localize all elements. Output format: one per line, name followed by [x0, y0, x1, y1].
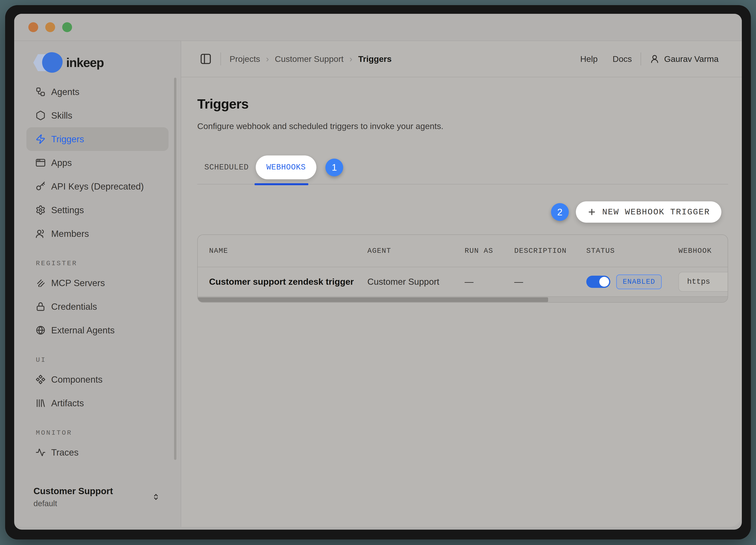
column-header-status: STATUS [586, 247, 678, 255]
tab-scheduled[interactable]: SCHEDULED [204, 163, 249, 172]
sidebar-item-apps[interactable]: Apps [26, 151, 169, 174]
sidebar-item-api-keys[interactable]: API Keys (Deprecated) [26, 174, 169, 198]
column-header-description: DESCRIPTION [514, 247, 586, 255]
column-header-webhook: WEBHOOK [678, 247, 728, 255]
chevrons-up-down-icon [152, 493, 160, 501]
main-header: Projects › Customer Support › Triggers H… [181, 41, 742, 77]
trigger-description: — [514, 277, 586, 287]
breadcrumb-separator: › [266, 54, 269, 64]
docs-link[interactable]: Docs [613, 54, 632, 64]
project-switcher[interactable]: Customer Support default [14, 486, 181, 508]
sidebar-item-members[interactable]: Members [26, 222, 169, 245]
sidebar-item-label: External Agents [51, 325, 115, 336]
users-icon [35, 228, 46, 239]
breadcrumb-customer-support[interactable]: Customer Support [275, 54, 344, 64]
user-icon [650, 54, 660, 64]
table-horizontal-scrollbar[interactable] [198, 296, 728, 302]
brand-name: inkeep [66, 55, 104, 70]
sidebar-item-label: Settings [51, 205, 84, 215]
sidebar-monitor-group: Traces [14, 441, 181, 464]
sidebar-item-label: Traces [51, 447, 79, 458]
project-name: Customer Support [33, 486, 113, 496]
trigger-agent: Customer Support [367, 277, 465, 287]
sidebar-item-skills[interactable]: Skills [26, 104, 169, 127]
inkeep-logo-icon [33, 52, 63, 73]
new-webhook-trigger-button[interactable]: NEW WEBHOOK TRIGGER [576, 201, 721, 223]
user-menu[interactable]: Gaurav Varma [650, 54, 719, 64]
sidebar-item-label: Triggers [51, 134, 84, 144]
sidebar-scrollbar[interactable] [174, 78, 176, 460]
sidebar-item-label: API Keys (Deprecated) [51, 181, 144, 192]
bars-icon [35, 398, 46, 408]
window-frame: inkeep Agents Skills Triggers [5, 5, 751, 539]
components-icon [35, 374, 46, 385]
column-header-agent: AGENT [367, 247, 465, 255]
trigger-status-cell: ENABLED [586, 275, 678, 289]
panel-left-icon [200, 53, 212, 65]
status-badge: ENABLED [616, 275, 662, 289]
app-window-icon [35, 158, 46, 168]
sidebar-item-agents[interactable]: Agents [26, 80, 169, 104]
status-toggle[interactable] [586, 276, 610, 288]
tab-webhooks[interactable]: WEBHOOKS [256, 155, 316, 179]
sidebar-item-label: Skills [51, 110, 72, 121]
header-links: Help Docs [580, 54, 632, 64]
page-description: Configure webhook and scheduled triggers… [197, 121, 728, 131]
header-divider [641, 52, 641, 65]
sidebar-item-settings[interactable]: Settings [26, 198, 169, 222]
sidebar-item-artifacts[interactable]: Artifacts [26, 391, 169, 415]
sidebar-nav: Agents Skills Triggers Apps [14, 80, 181, 245]
project-environment: default [33, 499, 113, 508]
column-header-run-as: RUN AS [465, 247, 514, 255]
triggers-table-card: NAME AGENT RUN AS DESCRIPTION STATUS WEB… [197, 234, 728, 303]
sidebar-item-traces[interactable]: Traces [26, 441, 169, 464]
lock-icon [35, 302, 46, 312]
help-link[interactable]: Help [580, 54, 598, 64]
user-name: Gaurav Varma [664, 54, 719, 64]
sidebar-item-label: Artifacts [51, 398, 84, 409]
brand-logo[interactable]: inkeep [14, 53, 181, 72]
workflow-icon [35, 87, 46, 97]
sidebar: inkeep Agents Skills Triggers [14, 41, 181, 527]
new-webhook-trigger-label: NEW WEBHOOK TRIGGER [602, 207, 710, 217]
sidebar-item-label: Credentials [51, 301, 97, 312]
sidebar-item-label: MCP Servers [51, 278, 105, 288]
sidebar-item-credentials[interactable]: Credentials [26, 295, 169, 319]
actions-row: 2 NEW WEBHOOK TRIGGER [197, 201, 728, 223]
sidebar-item-triggers[interactable]: Triggers [26, 127, 169, 151]
sidebar-spacer [14, 464, 181, 486]
column-header-name: NAME [198, 247, 367, 255]
sidebar-toggle-button[interactable] [200, 53, 212, 65]
sidebar-item-label: Agents [51, 86, 79, 97]
breadcrumb-projects[interactable]: Projects [230, 54, 260, 64]
table-row[interactable]: Customer support zendesk trigger Custome… [198, 267, 728, 296]
minimize-button[interactable] [45, 22, 55, 32]
main-panel: Projects › Customer Support › Triggers H… [181, 41, 742, 527]
globe-icon [35, 325, 46, 335]
mcp-icon [35, 278, 46, 288]
trigger-run-as: — [465, 277, 514, 287]
app-window: inkeep Agents Skills Triggers [14, 14, 742, 527]
breadcrumb-triggers: Triggers [358, 54, 392, 64]
sidebar-section-register: REGISTER [14, 256, 181, 271]
gear-icon [35, 205, 46, 215]
plus-icon [587, 207, 596, 216]
sidebar-register-group: MCP Servers Credentials External Agents [14, 271, 181, 342]
scrollbar-thumb[interactable] [198, 297, 548, 302]
active-tab-indicator [255, 183, 308, 185]
sidebar-item-external-agents[interactable]: External Agents [26, 319, 169, 342]
sidebar-item-mcp-servers[interactable]: MCP Servers [26, 271, 169, 295]
sidebar-section-ui: UI [14, 352, 181, 368]
hexagon-icon [35, 110, 46, 121]
sidebar-item-components[interactable]: Components [26, 368, 169, 391]
project-info: Customer Support default [33, 486, 113, 508]
toggle-knob [599, 277, 609, 287]
page-content: Triggers Configure webhook and scheduled… [181, 77, 742, 527]
breadcrumb-separator: › [349, 54, 352, 64]
header-divider [221, 52, 221, 65]
zoom-button[interactable] [62, 22, 72, 32]
trigger-name[interactable]: Customer support zendesk trigger [198, 277, 367, 287]
close-button[interactable] [28, 22, 38, 32]
webhook-url-chip[interactable]: https [678, 272, 728, 292]
sidebar-item-label: Components [51, 374, 103, 385]
